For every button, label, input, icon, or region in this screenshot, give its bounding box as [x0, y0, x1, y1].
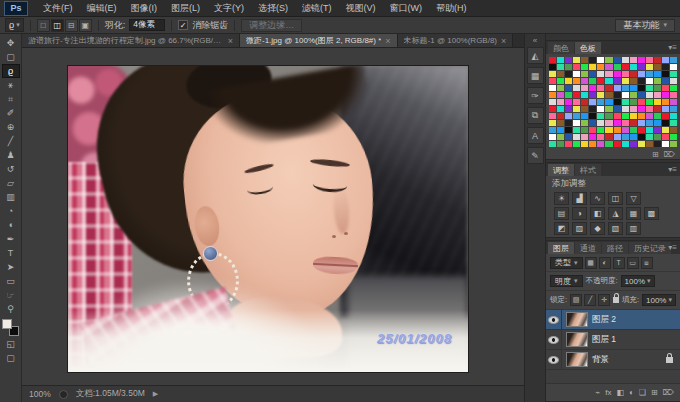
swatch[interactable] [614, 78, 621, 84]
swatch[interactable] [670, 92, 677, 98]
menu-item-0[interactable]: 文件(F) [36, 2, 80, 15]
swatch[interactable] [654, 141, 661, 147]
menu-item-6[interactable]: 滤镜(T) [295, 2, 339, 15]
lasso-tool[interactable]: ϱ [2, 64, 20, 78]
swatch[interactable] [581, 127, 588, 133]
swatch[interactable] [589, 92, 596, 98]
swatch[interactable] [670, 127, 677, 133]
swatch[interactable] [670, 106, 677, 112]
swatch[interactable] [581, 78, 588, 84]
swatch[interactable] [654, 64, 661, 70]
swatch[interactable] [581, 113, 588, 119]
layer-row[interactable]: 图层 1 [546, 330, 680, 350]
menu-item-2[interactable]: 图像(I) [124, 2, 165, 15]
swatch[interactable] [581, 85, 588, 91]
subtract-selection-icon[interactable]: ⊟ [65, 19, 78, 32]
swatch[interactable] [573, 57, 580, 63]
swatch[interactable] [549, 127, 556, 133]
menu-item-4[interactable]: 文字(Y) [207, 2, 251, 15]
swatch[interactable] [614, 141, 621, 147]
crop-tool[interactable]: ⌗ [2, 92, 20, 106]
swatch[interactable] [557, 57, 564, 63]
swatch[interactable] [549, 92, 556, 98]
layer-row[interactable]: 图层 2 [546, 310, 680, 330]
swatch[interactable] [638, 99, 645, 105]
fill-value[interactable]: 100% ▾ [642, 294, 676, 306]
new-swatch-icon[interactable]: ⊞ [652, 150, 659, 159]
swatch[interactable] [622, 64, 629, 70]
swatch[interactable] [557, 141, 564, 147]
swatch[interactable] [573, 92, 580, 98]
black-white-icon[interactable]: ◧ [590, 207, 605, 220]
swatch[interactable] [662, 106, 669, 112]
swatch[interactable] [654, 78, 661, 84]
swatch[interactable] [573, 141, 580, 147]
swatch[interactable] [638, 127, 645, 133]
swatch[interactable] [597, 57, 604, 63]
swatch[interactable] [557, 127, 564, 133]
swatch[interactable] [549, 134, 556, 140]
swatch[interactable] [670, 71, 677, 77]
swatch[interactable] [597, 106, 604, 112]
swatch[interactable] [573, 106, 580, 112]
swatch[interactable] [573, 113, 580, 119]
swatch[interactable] [630, 113, 637, 119]
swatch[interactable] [622, 127, 629, 133]
tab-close-icon[interactable]: × [228, 36, 233, 46]
swatch[interactable] [597, 78, 604, 84]
invert-icon[interactable]: ◩ [554, 222, 569, 235]
lock-all-icon[interactable] [613, 297, 619, 303]
swatch[interactable] [605, 99, 612, 105]
swatch[interactable] [630, 64, 637, 70]
swatch[interactable] [670, 64, 677, 70]
swatch[interactable] [630, 57, 637, 63]
swatch[interactable] [614, 99, 621, 105]
swatch[interactable] [646, 141, 653, 147]
swatch[interactable] [662, 78, 669, 84]
swatch[interactable] [638, 85, 645, 91]
new-group-icon[interactable]: ❏ [639, 388, 646, 397]
swatch[interactable] [605, 57, 612, 63]
channel-mixer-icon[interactable]: ▦ [626, 207, 641, 220]
swatch[interactable] [622, 71, 629, 77]
move-tool[interactable]: ✥ [2, 36, 20, 50]
swatch[interactable] [630, 141, 637, 147]
swatch[interactable] [549, 120, 556, 126]
quick-mask-button[interactable]: ◱ [2, 337, 20, 351]
swatch[interactable] [614, 85, 621, 91]
swatch[interactable] [581, 141, 588, 147]
swatch[interactable] [670, 141, 677, 147]
layer-visibility-toggle[interactable] [546, 330, 562, 349]
swatch[interactable] [630, 106, 637, 112]
swatch[interactable] [614, 113, 621, 119]
swatch[interactable] [654, 57, 661, 63]
document-tab-3[interactable]: 未标题-1 @ 100%(RGB/8)× [398, 34, 514, 47]
feather-input[interactable] [129, 19, 165, 31]
panel-tab-1[interactable]: 色板 [575, 42, 601, 54]
swatch[interactable] [654, 92, 661, 98]
clone-stamp-tool[interactable]: ♟ [2, 148, 20, 162]
exposure-icon[interactable]: ◫ [608, 192, 623, 205]
swatch[interactable] [557, 92, 564, 98]
swatch[interactable] [573, 127, 580, 133]
swatch[interactable] [597, 71, 604, 77]
swatch[interactable] [630, 71, 637, 77]
swatch[interactable] [573, 120, 580, 126]
swatch[interactable] [646, 120, 653, 126]
swatch[interactable] [654, 113, 661, 119]
swatch[interactable] [622, 99, 629, 105]
shape-tool[interactable]: ▭ [2, 274, 20, 288]
swatch[interactable] [646, 57, 653, 63]
swatch[interactable] [622, 92, 629, 98]
threshold-icon[interactable]: ◆ [590, 222, 605, 235]
zoom-level[interactable]: 100% [29, 389, 51, 399]
swatch[interactable] [662, 85, 669, 91]
swatch[interactable] [581, 106, 588, 112]
swatch[interactable] [581, 99, 588, 105]
swatch[interactable] [605, 127, 612, 133]
swatch[interactable] [662, 57, 669, 63]
swatch[interactable] [670, 78, 677, 84]
swatch[interactable] [589, 127, 596, 133]
swatch[interactable] [614, 92, 621, 98]
swatch[interactable] [605, 106, 612, 112]
